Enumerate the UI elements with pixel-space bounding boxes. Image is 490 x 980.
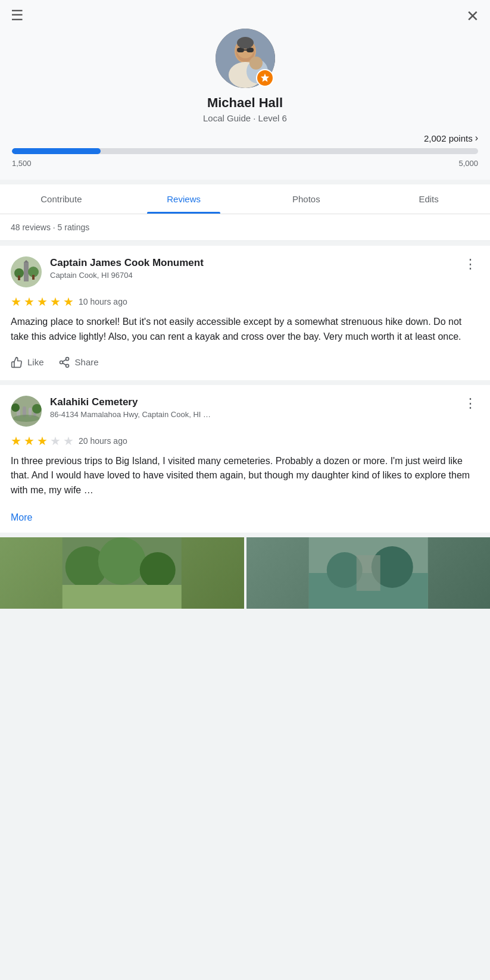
more-link-2[interactable]: More — [11, 512, 32, 523]
bottom-image-1[interactable] — [0, 537, 244, 609]
user-subtitle: Local Guide · Level 6 — [203, 113, 287, 123]
review-text-1: Amazing place to snorkel! But it's not e… — [11, 315, 479, 345]
stars-row-2: ★ ★ ★ ★ ★ 20 hours ago — [11, 434, 479, 448]
progress-labels: 1,500 5,000 — [12, 159, 478, 168]
review-text-2: In three previous trips to Big Island, I… — [11, 454, 479, 498]
star-1-4: ★ — [50, 295, 61, 309]
place-info-2: Kalahiki Cemetery 86-4134 Mamalahoa Hwy,… — [50, 396, 453, 419]
place-avatar-1 — [11, 256, 42, 287]
place-name-1[interactable]: Captain James Cook Monument — [50, 256, 453, 270]
tab-contribute[interactable]: Contribute — [0, 184, 123, 214]
hamburger-icon[interactable]: ☰ — [11, 8, 24, 23]
avatar-container — [216, 29, 275, 88]
place-info-1: Captain James Cook Monument Captain Cook… — [50, 256, 453, 280]
more-options-icon-1[interactable]: ⋮ — [461, 256, 479, 272]
svg-point-10 — [249, 57, 263, 70]
star-2-3: ★ — [37, 434, 48, 448]
time-ago-2: 20 hours ago — [79, 436, 127, 446]
place-avatar-2 — [11, 396, 42, 427]
review-card-1: Captain James Cook Monument Captain Cook… — [0, 246, 490, 380]
star-2-1: ★ — [11, 434, 21, 448]
review-header-2: Kalahiki Cemetery 86-4134 Mamalahoa Hwy,… — [11, 396, 479, 427]
bottom-image-strip — [0, 537, 490, 609]
place-name-2[interactable]: Kalahiki Cemetery — [50, 396, 453, 409]
time-ago-1: 10 hours ago — [79, 297, 127, 306]
progress-bar-container — [12, 148, 478, 154]
star-2-4: ★ — [50, 434, 61, 448]
svg-rect-17 — [32, 275, 35, 280]
progress-min: 1,500 — [12, 159, 32, 168]
place-address-1: Captain Cook, HI 96704 — [50, 271, 453, 280]
share-label-1: Share — [75, 357, 99, 367]
tab-edits[interactable]: Edits — [367, 184, 490, 214]
share-icon — [58, 356, 70, 368]
share-button-1[interactable]: Share — [58, 354, 99, 371]
star-2-5: ★ — [63, 434, 74, 448]
like-label-1: Like — [27, 357, 44, 367]
user-name: Michael Hall — [207, 95, 283, 111]
svg-line-21 — [63, 363, 66, 365]
svg-point-29 — [11, 403, 20, 412]
tabs-container: Contribute Reviews Photos Edits — [0, 184, 490, 214]
place-address-2: 86-4134 Mamalahoa Hwy, Captain Cook, HI … — [50, 410, 453, 419]
points-chevron-icon[interactable]: › — [475, 133, 478, 143]
bottom-image-2[interactable] — [246, 537, 491, 609]
svg-rect-15 — [18, 275, 20, 280]
more-options-icon-2[interactable]: ⋮ — [461, 396, 479, 411]
progress-max: 5,000 — [458, 159, 478, 168]
stats-text: 48 reviews · 5 ratings — [11, 223, 89, 232]
svg-rect-12 — [24, 262, 29, 281]
svg-point-28 — [13, 415, 39, 422]
stats-row: 48 reviews · 5 ratings — [0, 214, 490, 241]
points-value: 2,002 points — [424, 133, 473, 143]
svg-line-22 — [63, 359, 66, 361]
progress-bar-fill — [12, 148, 101, 154]
svg-rect-35 — [63, 585, 182, 609]
points-row: 2,002 points › — [12, 133, 478, 143]
stars-row-1: ★ ★ ★ ★ ★ 10 hours ago — [11, 295, 479, 309]
tab-reviews[interactable]: Reviews — [123, 184, 245, 214]
local-guide-badge — [256, 69, 274, 87]
profile-section: Michael Hall Local Guide · Level 6 2,002… — [0, 29, 490, 180]
tab-photos[interactable]: Photos — [245, 184, 368, 214]
like-button-1[interactable]: Like — [11, 354, 44, 371]
svg-point-30 — [32, 404, 42, 414]
star-1-2: ★ — [24, 295, 35, 309]
svg-rect-40 — [356, 555, 380, 591]
review-card-2: Kalahiki Cemetery 86-4134 Mamalahoa Hwy,… — [0, 385, 490, 533]
svg-point-7 — [237, 37, 254, 49]
star-1-5: ★ — [63, 295, 74, 309]
svg-point-34 — [140, 552, 176, 588]
review-header-1: Captain James Cook Monument Captain Cook… — [11, 256, 479, 287]
header-bar: ☰ ✕ — [0, 0, 490, 29]
review-actions-1: Like Share — [11, 354, 479, 371]
star-2-2: ★ — [24, 434, 35, 448]
close-icon[interactable]: ✕ — [466, 8, 479, 24]
svg-point-33 — [98, 537, 146, 585]
thumbs-up-icon — [11, 356, 23, 368]
star-1-1: ★ — [11, 295, 21, 309]
star-1-3: ★ — [37, 295, 48, 309]
